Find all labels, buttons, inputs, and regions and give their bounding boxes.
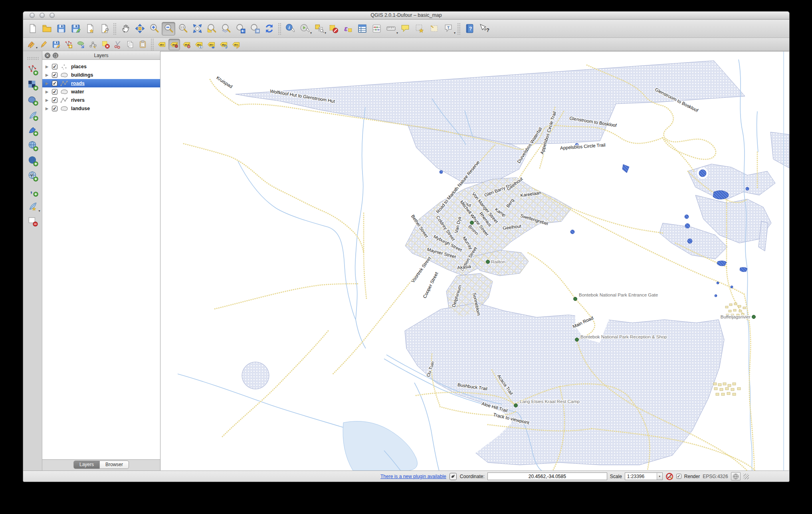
zoom-to-layer-button[interactable] — [219, 22, 233, 36]
whats-this-button[interactable]: ? — [477, 22, 491, 36]
add-feature-button[interactable] — [63, 39, 74, 50]
remove-layer-button[interactable] — [26, 214, 40, 229]
field-calculator-button[interactable] — [370, 22, 383, 36]
render-checkbox[interactable]: ✓ — [676, 474, 681, 479]
pin-unpin-labels-button[interactable]: abc — [168, 39, 180, 50]
move-label-button[interactable]: abc — [206, 39, 217, 50]
new-spatialite-layer-icon — [27, 201, 38, 212]
map-canvas[interactable]: KruispadWolfkloof Hut to Glenstroom HutG… — [160, 51, 790, 471]
new-spatialite-layer-button[interactable]: ▾ — [26, 199, 40, 214]
toggle-editing-button[interactable] — [38, 39, 50, 50]
help-contents-button[interactable]: ? — [463, 22, 476, 36]
zoom-to-selection-button[interactable] — [205, 22, 218, 36]
layer-visibility-checkbox[interactable]: ✓ — [52, 72, 57, 78]
layer-item-water[interactable]: ▶✓water — [42, 87, 160, 96]
select-features-button[interactable]: ▾ — [312, 22, 326, 36]
zoom-in-button[interactable] — [147, 22, 161, 36]
new-print-composer-button[interactable] — [83, 22, 97, 36]
expand-arrow-icon[interactable]: ▶ — [46, 73, 50, 77]
composer-manager-button[interactable] — [97, 22, 111, 36]
current-edits-button[interactable]: ▾ — [26, 39, 37, 50]
map-tips-button[interactable] — [398, 22, 412, 36]
layer-labeling-options-button[interactable]: abc — [156, 39, 168, 50]
pan-map-button[interactable] — [119, 22, 132, 36]
save-project-as-button[interactable] — [69, 22, 82, 36]
tab-layers[interactable]: Layers — [73, 461, 100, 469]
node-tool-button[interactable] — [87, 39, 99, 50]
add-raster-layer-button[interactable] — [26, 78, 40, 92]
zoom-out-button[interactable] — [162, 22, 175, 36]
select-by-expression-button[interactable]: ε — [341, 22, 355, 36]
layer-item-places[interactable]: ▶✓places — [42, 62, 160, 71]
expand-arrow-icon[interactable]: ▶ — [46, 65, 50, 69]
tab-browser[interactable]: Browser — [100, 461, 129, 469]
run-feature-action-button[interactable]: ▾ — [298, 22, 311, 36]
pan-to-selection-button[interactable] — [133, 22, 147, 36]
chevron-down-icon[interactable]: ▾ — [36, 46, 38, 49]
new-project-button[interactable] — [26, 22, 39, 36]
save-project-button[interactable] — [54, 22, 68, 36]
chevron-down-icon[interactable]: ▾ — [396, 31, 398, 35]
save-layer-edits-button[interactable] — [50, 39, 62, 50]
identify-features-button[interactable]: i — [283, 22, 297, 36]
chevron-down-icon[interactable]: ▾ — [38, 209, 40, 213]
crs-status-button[interactable] — [731, 472, 741, 480]
plugin-icon[interactable] — [449, 472, 457, 480]
toggle-editing-icon — [39, 40, 48, 49]
open-project-button[interactable] — [40, 22, 53, 36]
copy-features-button[interactable] — [125, 39, 136, 50]
zoom-full-extent-button[interactable] — [190, 22, 204, 36]
layer-visibility-checkbox[interactable]: ✓ — [52, 97, 57, 103]
layer-item-buildings[interactable]: ▶✓buildings — [42, 71, 160, 79]
add-wcs-layer-button[interactable] — [26, 154, 40, 168]
add-vector-layer-button[interactable] — [26, 63, 40, 77]
stop-render-icon[interactable] — [665, 472, 673, 480]
deselect-features-button[interactable] — [327, 22, 340, 36]
layer-item-roads[interactable]: ▶✓roads — [42, 79, 160, 87]
expand-arrow-icon[interactable]: ▶ — [46, 107, 50, 111]
expand-arrow-icon[interactable]: ▶ — [46, 90, 50, 94]
expand-arrow-icon[interactable]: ▶ — [46, 98, 50, 102]
add-wfs-layer-button[interactable] — [26, 169, 40, 183]
delete-selected-button[interactable] — [100, 39, 111, 50]
layer-item-landuse[interactable]: ▶✓landuse — [42, 104, 160, 113]
add-postgis-layer-button[interactable] — [26, 93, 40, 107]
expand-arrow-icon[interactable]: ▶ — [46, 81, 50, 85]
layer-visibility-checkbox[interactable]: ✓ — [52, 81, 57, 86]
chevron-down-icon[interactable]: ▾ — [310, 31, 312, 35]
refresh-map-button[interactable] — [262, 22, 276, 36]
show-bookmarks-button[interactable] — [427, 22, 441, 36]
zoom-last-button[interactable] — [234, 22, 247, 36]
move-feature-button[interactable] — [75, 39, 87, 50]
text-annotation-button[interactable]: T▾ — [442, 22, 455, 36]
add-mssql-layer-button[interactable] — [26, 123, 40, 138]
zoom-native-button[interactable]: 1:1 — [176, 22, 190, 36]
zoom-to-selection-icon — [206, 23, 217, 34]
layer-item-rivers[interactable]: ▶✓rivers — [42, 96, 160, 104]
cut-features-button[interactable] — [112, 39, 124, 50]
resize-grip[interactable] — [743, 474, 749, 479]
paste-features-button[interactable] — [137, 39, 149, 50]
zoom-next-button[interactable] — [248, 22, 261, 36]
add-delimited-text-layer-button[interactable]: , — [26, 184, 40, 198]
chevron-down-icon[interactable]: ▾ — [325, 31, 326, 35]
svg-text:?: ? — [486, 27, 489, 33]
scale-combobox[interactable]: 1:23396 ▾ — [625, 472, 663, 480]
layer-visibility-checkbox[interactable]: ✓ — [52, 106, 57, 111]
attribute-table-button[interactable] — [355, 22, 369, 36]
chevron-down-icon[interactable]: ▾ — [454, 31, 456, 35]
highlight-pinned-labels-button[interactable]: abc — [181, 39, 192, 50]
show-hide-labels-button[interactable]: abc — [193, 39, 205, 50]
add-wms-layer-button[interactable] — [26, 138, 40, 153]
change-label-properties-button[interactable]: abc — [230, 39, 242, 50]
coordinate-input[interactable] — [487, 472, 607, 480]
title-bar[interactable]: QGIS 2.0.1-Dufour – basic_map — [23, 12, 789, 20]
rotate-label-button[interactable]: abc — [218, 39, 230, 50]
chevron-down-icon[interactable]: ▾ — [657, 473, 662, 480]
layer-visibility-checkbox[interactable]: ✓ — [52, 64, 57, 69]
plugin-available-link[interactable]: There is a new plugin available — [380, 474, 446, 479]
measure-line-button[interactable]: ▾ — [384, 22, 398, 36]
layer-visibility-checkbox[interactable]: ✓ — [52, 89, 57, 95]
new-bookmark-button[interactable] — [413, 22, 426, 36]
add-spatialite-layer-button[interactable] — [26, 108, 40, 123]
